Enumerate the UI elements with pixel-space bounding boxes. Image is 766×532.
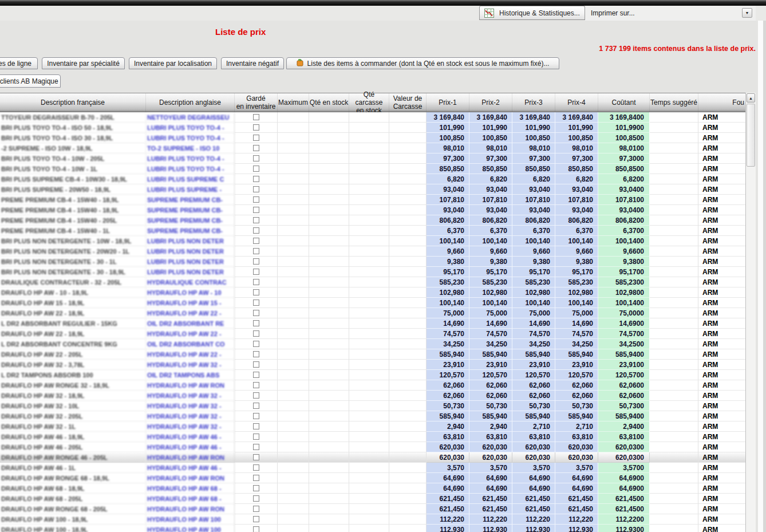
tab-3[interactable]: Inventaire par localisation	[129, 57, 217, 69]
table-row[interactable]: DRAUFLO HP AW 32 - 18,9LHYDRAUFLO HP AW …	[0, 391, 745, 401]
keep-in-inventory-checkbox[interactable]	[253, 279, 259, 285]
history-statistics-button[interactable]: Historique & Statistiques...	[479, 6, 585, 20]
keep-in-inventory-checkbox[interactable]	[253, 258, 259, 265]
keep-in-inventory-checkbox[interactable]	[253, 495, 259, 502]
tab-4[interactable]: Inventaire négatif	[221, 57, 284, 69]
table-row[interactable]: L DR2 TAMPONS ABSORB 100OIL DR2 TAMPONS …	[0, 370, 745, 380]
keep-in-inventory-checkbox[interactable]	[253, 485, 259, 491]
table-row[interactable]: BRI PLUS TOYO TO-4 - ISO 50 - 18,9LLUBRI…	[0, 123, 745, 133]
table-row[interactable]: DRAUFLO HP AW 22 - 18,9LHYDRAUFLO HP AW …	[0, 308, 745, 318]
table-row[interactable]: BRI PLUS NON DETERGENTE - 30 - 1LLUBRI P…	[0, 257, 745, 267]
scrollbar-thumb[interactable]	[747, 104, 755, 167]
table-row[interactable]: PREME PREMIUM CB-4 - 15W40 - 1LSUPREME P…	[0, 226, 745, 236]
table-row[interactable]: DRAUFLO HP AW 68 - 18,9LHYDRAUFLO HP AW …	[0, 483, 745, 494]
column-header-price1[interactable]: Prix-1	[427, 93, 469, 112]
table-row[interactable]: L DR2 ABSORBANT CONCENTRE 9KGOIL DR2 ABS…	[0, 339, 745, 349]
keep-in-inventory-checkbox[interactable]	[253, 351, 259, 357]
keep-in-inventory-checkbox[interactable]	[253, 464, 259, 471]
table-row[interactable]: TTOYEUR DEGRAISSEUR B-70 - 205LNETTOYEUR…	[0, 112, 745, 123]
keep-in-inventory-checkbox[interactable]	[253, 186, 259, 192]
table-row[interactable]: DRAUFLO HP AW 32 - 10LHYDRAUFLO HP AW 32…	[0, 401, 745, 411]
table-row[interactable]: BRI PLUS TOYO TO-4 - 10W - 205LLUBRI PLU…	[0, 153, 745, 164]
keep-in-inventory-checkbox[interactable]	[253, 145, 259, 151]
column-header-suggested-time[interactable]: Temps suggéré	[650, 93, 698, 112]
table-row[interactable]: PREME PREMIUM CB-4 - 15W40 - 18,9LSUPREM…	[0, 205, 745, 215]
scroll-up-icon[interactable]: ▲	[747, 93, 755, 103]
table-row[interactable]: DRAUFLO HP AW 100 - 18,9LHYDRAUFLO HP AW…	[0, 514, 745, 525]
vertical-scrollbar[interactable]: ▲	[745, 93, 756, 532]
keep-in-inventory-checkbox[interactable]	[253, 526, 259, 532]
print-on-combobox[interactable]: Imprimer sur... ▼	[585, 6, 756, 21]
column-header-qty-in-stock[interactable]: Qté en stock	[309, 93, 349, 112]
column-header-price2[interactable]: Prix-2	[469, 93, 512, 112]
column-header-price4[interactable]: Prix-4	[555, 93, 598, 112]
keep-in-inventory-checkbox[interactable]	[253, 392, 259, 399]
keep-in-inventory-checkbox[interactable]	[253, 114, 259, 120]
table-row[interactable]: BRI PLUS NON DETERGENTE - 30 - 18,9LLUBR…	[0, 267, 745, 277]
keep-in-inventory-checkbox[interactable]	[253, 516, 259, 522]
table-row[interactable]: BRI PLUS NON DETERGENTE - 20W20 - 1LLUBR…	[0, 246, 745, 257]
keep-in-inventory-checkbox[interactable]	[253, 372, 259, 378]
column-header-maximum[interactable]: Maximum	[278, 93, 309, 112]
keep-in-inventory-checkbox[interactable]	[253, 506, 259, 512]
table-row[interactable]: DRAUFLO HP AW 15 - 18,9LHYDRAUFLO HP AW …	[0, 298, 745, 308]
table-row[interactable]: DRAUFLO HP AW 100 - 18,9LHYDRAUFLO HP AW…	[0, 525, 745, 532]
keep-in-inventory-checkbox[interactable]	[253, 248, 259, 254]
keep-in-inventory-checkbox[interactable]	[253, 330, 259, 337]
keep-in-inventory-checkbox[interactable]	[253, 238, 259, 244]
keep-in-inventory-checkbox[interactable]	[253, 403, 259, 409]
keep-in-inventory-checkbox[interactable]	[253, 269, 259, 275]
table-row[interactable]: PREME PREMIUM CB-4 - 15W40 - 205LSUPREME…	[0, 215, 745, 226]
keep-in-inventory-checkbox[interactable]	[253, 444, 259, 450]
keep-in-inventory-checkbox[interactable]	[253, 155, 259, 161]
table-row[interactable]: DRAUFLO HP AW 32 - 3,78LHYDRAUFLO HP AW …	[0, 360, 745, 370]
keep-in-inventory-checkbox[interactable]	[253, 165, 259, 172]
table-row[interactable]: BRI PLUS SUPREME - 20W50 - 18,9LLUBRI PL…	[0, 184, 745, 195]
table-row[interactable]: DRAUFLO HP AW RONGE 32 - 18,9LHYDRAUFLO …	[0, 380, 745, 391]
column-header-desc-en[interactable]: Description anglaise	[146, 93, 235, 112]
keep-in-inventory-checkbox[interactable]	[253, 196, 259, 203]
table-row[interactable]: BRI PLUS TOYO TO-4 - 10W - 1LLUBRI PLUS …	[0, 164, 745, 174]
column-header-desc-fr[interactable]: Description française	[0, 93, 146, 112]
table-row[interactable]: DRAUFLO HP AW RONGE 68 - 18,9LHYDRAUFLO …	[0, 473, 745, 483]
table-row[interactable]: L DR2 ABSORBANT REGULIER - 15KGOIL DR2 A…	[0, 318, 745, 329]
keep-in-inventory-checkbox[interactable]	[253, 423, 259, 429]
table-row[interactable]: DRAUFLO HP AW 22 - 18,9LHYDRAUFLO HP AW …	[0, 329, 745, 339]
column-header-qty-carcass[interactable]: Qté carcasse en stock	[349, 93, 389, 112]
table-row[interactable]: DRAUFLO HP AW - 10 - 18,9LHYDRAUFLO HP A…	[0, 287, 745, 298]
keep-in-inventory-checkbox[interactable]	[253, 310, 259, 316]
keep-in-inventory-checkbox[interactable]	[253, 300, 259, 306]
table-row[interactable]: BRI PLUS SUPREME CB-4 - 10W30 - 18,9LLUB…	[0, 174, 745, 184]
column-header-price3[interactable]: Prix-3	[512, 93, 555, 112]
keep-in-inventory-checkbox[interactable]	[253, 361, 259, 368]
table-row[interactable]: DRAUFLO HP AW 22 - 205LHYDRAUFLO HP AW 2…	[0, 349, 745, 360]
keep-in-inventory-checkbox[interactable]	[253, 475, 259, 481]
keep-in-inventory-checkbox[interactable]	[253, 227, 259, 234]
keep-in-inventory-checkbox[interactable]	[253, 382, 259, 388]
keep-in-inventory-checkbox[interactable]	[253, 135, 259, 141]
table-row[interactable]: DRAUFLO HP AW 46 - 1LHYDRAUFLO HP AW 46 …	[0, 463, 745, 473]
table-row[interactable]: DRAUFLO HP AW 68 - 205LHYDRAUFLO HP AW 6…	[0, 494, 745, 504]
table-row[interactable]: DRAUFLO HP AW RONGE 46 - 205LHYDRAUFLO H…	[0, 452, 745, 463]
keep-in-inventory-checkbox[interactable]	[253, 454, 259, 460]
table-row[interactable]: DRAUFLO HP AW 46 - 18,9LHYDRAUFLO HP AW …	[0, 432, 745, 442]
table-row[interactable]: DRAUFLO HP AW 46 - 205LHYDRAUFLO HP AW 4…	[0, 442, 745, 452]
tab-2[interactable]: Inventaire par spécialité	[42, 57, 125, 69]
keep-in-inventory-checkbox[interactable]	[253, 207, 259, 213]
keep-in-inventory-checkbox[interactable]	[253, 413, 259, 419]
keep-in-inventory-checkbox[interactable]	[253, 341, 259, 347]
table-row[interactable]: BRI PLUS NON DETERGENTE - 10W - 18,9LLUB…	[0, 236, 745, 246]
table-row[interactable]: BRI PLUS TOYO TO-4 - ISO 30 - 18,9LLUBRI…	[0, 133, 745, 143]
keep-in-inventory-checkbox[interactable]	[253, 434, 259, 440]
table-row[interactable]: DRAULIQUE CONTRACTEUR - 32 - 205LHYDRAUL…	[0, 277, 745, 287]
column-header-carcass-value[interactable]: Valeur de Carcasse	[389, 93, 427, 112]
table-row[interactable]: PREME PREMIUM CB-4 - 15W40 - 18,9LSUPREM…	[0, 195, 745, 205]
keep-in-inventory-checkbox[interactable]	[253, 124, 259, 131]
table-row[interactable]: DRAUFLO HP AW RONGE 68 - 205LHYDRAUFLO H…	[0, 504, 745, 514]
keep-in-inventory-checkbox[interactable]	[253, 217, 259, 223]
tab-clients-ab-magique[interactable]: s clients AB Magique	[0, 74, 61, 88]
keep-in-inventory-checkbox[interactable]	[253, 176, 259, 182]
chevron-down-icon[interactable]: ▼	[742, 8, 752, 18]
tab-1[interactable]: es de ligne	[0, 57, 38, 69]
keep-in-inventory-checkbox[interactable]	[253, 320, 259, 326]
